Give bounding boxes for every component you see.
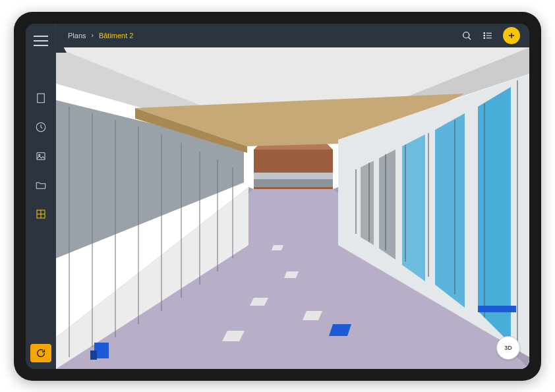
svg-marker-47	[435, 113, 465, 308]
svg-rect-8	[37, 152, 45, 159]
clock-icon[interactable]	[35, 121, 47, 133]
scene-3d	[56, 47, 529, 369]
folder-icon[interactable]	[35, 179, 47, 191]
view-mode-label: 3D	[504, 345, 512, 351]
breadcrumb-root[interactable]: Plans	[68, 32, 86, 40]
svg-marker-49	[379, 150, 395, 260]
svg-marker-59	[254, 179, 333, 187]
menu-button[interactable]	[34, 36, 48, 46]
add-button[interactable]	[503, 27, 520, 44]
svg-marker-46	[478, 87, 511, 344]
svg-point-13	[463, 32, 469, 38]
svg-marker-50	[361, 161, 374, 245]
svg-rect-68	[90, 350, 97, 360]
image-icon[interactable]	[35, 150, 47, 162]
search-icon[interactable]	[461, 30, 473, 42]
model-viewport[interactable]: 3D	[56, 47, 529, 369]
svg-marker-61	[272, 245, 283, 250]
view-mode-3d-button[interactable]: 3D	[496, 336, 520, 360]
breadcrumb-separator: ›	[92, 32, 94, 39]
rail-nav	[35, 92, 47, 220]
svg-point-15	[484, 32, 485, 34]
breadcrumb: Plans › Bâtiment 2	[68, 32, 133, 40]
svg-point-19	[484, 38, 485, 39]
app-screen: Plans › Bâtiment 2	[26, 24, 529, 369]
svg-point-17	[484, 35, 485, 36]
list-icon[interactable]	[482, 30, 494, 42]
layout-icon[interactable]	[35, 208, 47, 220]
refresh-button[interactable]	[30, 344, 51, 362]
svg-rect-69	[478, 306, 516, 312]
tablet-frame: Plans › Bâtiment 2	[14, 12, 541, 381]
main-area: Plans › Bâtiment 2	[56, 24, 529, 369]
building-icon[interactable]	[35, 92, 47, 104]
breadcrumb-current: Bâtiment 2	[99, 32, 134, 40]
svg-line-14	[469, 37, 471, 39]
top-actions	[461, 27, 520, 44]
top-bar: Plans › Bâtiment 2	[56, 24, 529, 47]
svg-rect-0	[37, 94, 44, 103]
left-rail	[26, 24, 56, 369]
svg-marker-60	[254, 173, 333, 179]
